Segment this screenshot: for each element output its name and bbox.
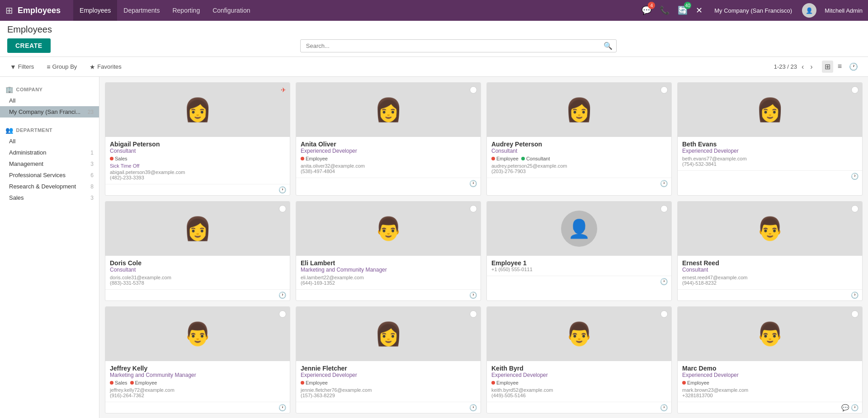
card-checkbox[interactable] <box>660 310 668 318</box>
employee-card[interactable]: 👩 Beth Evans Experienced Developer beth.… <box>677 82 863 196</box>
create-button[interactable]: CREATE <box>7 38 51 53</box>
phone-icon-btn[interactable]: 📞 <box>658 4 671 17</box>
card-email: jennie.fletcher76@example.com <box>301 387 476 393</box>
card-photo: 👨 <box>105 307 290 361</box>
tag-dot <box>110 157 113 160</box>
card-name: Marc Demo <box>682 365 858 372</box>
card-body: Marc Demo Experienced Developer Employee… <box>678 361 862 402</box>
pagination: 1-23 / 23 ‹ › <box>774 62 815 72</box>
group-by-button[interactable]: ≡ Group By <box>44 61 80 72</box>
card-name: Beth Evans <box>682 141 858 148</box>
grid-icon[interactable]: ⊞ <box>5 5 13 16</box>
employee-card[interactable]: 👨 Jeffrey Kelly Marketing and Community … <box>105 306 290 413</box>
employee-card[interactable]: 👨 Eli Lambert Marketing and Community Ma… <box>296 201 481 301</box>
sidebar-company-all[interactable]: All <box>0 95 99 106</box>
nav-departments[interactable]: Departments <box>117 0 166 21</box>
card-role: Experienced Developer <box>301 372 476 378</box>
sidebar-dept-administration[interactable]: Administration 1 <box>0 147 99 158</box>
card-name: Abigail Peterson <box>110 141 285 148</box>
toolbar: ▼ Filters ≡ Group By ★ Favorites 1-23 / … <box>0 57 868 77</box>
messages-badge: 4 <box>648 2 655 9</box>
tag-dot <box>491 381 495 385</box>
card-phone: (449)-505-5146 <box>491 393 667 398</box>
card-photo: 👩 <box>296 307 481 361</box>
card-checkbox[interactable] <box>660 205 668 212</box>
card-checkbox[interactable] <box>470 310 477 318</box>
card-photo: 👩 <box>678 83 862 137</box>
card-phone: (644)-169-1352 <box>301 280 476 286</box>
employee-card[interactable]: 👨 Marc Demo Experienced Developer Employ… <box>677 306 863 413</box>
employee-card[interactable]: 👩 Jennie Fletcher Experienced Developer … <box>296 306 481 413</box>
sidebar-dept-research[interactable]: Research & Development 8 <box>0 181 99 192</box>
employee-card[interactable]: 👩 Audrey Peterson Consultant EmployeeCon… <box>486 82 672 196</box>
sidebar-dept-professional-services[interactable]: Professional Services 6 <box>0 169 99 181</box>
employee-card[interactable]: 👩 ✈ Abigail Peterson Consultant Sales Si… <box>105 82 290 196</box>
card-name: Jeffrey Kelly <box>110 365 285 372</box>
avatar-face: 👨 <box>678 307 862 361</box>
card-photo: 👤 <box>487 202 671 256</box>
avatar-face: 👩 <box>296 307 481 361</box>
card-checkbox[interactable] <box>279 205 286 212</box>
sidebar-dept-management[interactable]: Management 3 <box>0 158 99 169</box>
filters-button[interactable]: ▼ Filters <box>7 61 37 72</box>
employee-card[interactable]: 👩 Doris Cole Consultant doris.cole31@exa… <box>105 201 290 301</box>
card-email: mark.brown23@example.com <box>682 387 858 393</box>
card-name: Jennie Fletcher <box>301 365 476 372</box>
view-buttons: ⊞ ≡ 🕐 <box>822 61 861 73</box>
card-phone: (754)-532-3841 <box>682 161 858 167</box>
sidebar-dept-all[interactable]: All <box>0 136 99 147</box>
clock-icon: 🕐 <box>278 186 286 193</box>
activity-icon-btn[interactable]: 🔄 40 <box>676 4 689 17</box>
tag: Sales <box>110 380 127 385</box>
card-photo: 👨 <box>678 202 862 256</box>
card-checkbox[interactable] <box>470 86 477 94</box>
clock-icon: 🕐 <box>469 291 477 299</box>
card-body: Audrey Peterson Consultant EmployeeConsu… <box>487 137 671 178</box>
card-body: Anita Oliver Experienced Developer Emplo… <box>296 137 481 178</box>
close-icon-btn[interactable]: ✕ <box>694 4 704 17</box>
card-checkbox[interactable] <box>470 205 477 212</box>
tag-dot <box>521 157 525 160</box>
card-body: Abigail Peterson Consultant Sales Sick T… <box>105 137 290 184</box>
next-page-button[interactable]: › <box>808 62 814 72</box>
card-checkbox[interactable] <box>279 310 286 318</box>
card-phone: (482)-233-3393 <box>110 175 285 180</box>
card-checkbox[interactable] <box>851 310 859 318</box>
card-phone: (916)-264-7362 <box>110 393 285 398</box>
card-checkbox[interactable] <box>851 86 859 94</box>
nav-configuration[interactable]: Configuration <box>206 0 256 21</box>
employee-card[interactable]: 👨 Ernest Reed Consultant ernest.reed47@e… <box>677 201 863 301</box>
nav-reporting[interactable]: Reporting <box>166 0 206 21</box>
employee-card[interactable]: 👤 Employee 1 +1 (650) 555-0111 🕐 <box>486 201 672 301</box>
messages-icon-btn[interactable]: 💬 4 <box>640 4 653 17</box>
user-avatar: 👤 <box>802 3 816 18</box>
favorites-button[interactable]: ★ Favorites <box>87 61 124 72</box>
card-photo: 👨 <box>487 307 671 361</box>
kanban-view-button[interactable]: ⊞ <box>822 61 833 73</box>
sidebar-company-mycompany[interactable]: My Company (San Franci... 23 <box>0 106 99 117</box>
card-checkbox[interactable] <box>851 205 859 212</box>
card-phone: (157)-363-8229 <box>301 393 476 398</box>
company-name: My Company (San Francisco) <box>714 7 792 14</box>
activity-view-button[interactable]: 🕐 <box>846 61 861 73</box>
nav-employees[interactable]: Employees <box>73 0 117 21</box>
nav-links: Employees Departments Reporting Configur… <box>73 0 357 21</box>
card-name: Anita Oliver <box>301 141 476 148</box>
avatar-face: 👩 <box>487 83 671 137</box>
card-body: Beth Evans Experienced Developer beth.ev… <box>678 137 862 170</box>
search-input[interactable] <box>304 40 604 52</box>
avatar-face: 👩 <box>105 83 290 137</box>
list-view-button[interactable]: ≡ <box>835 61 844 73</box>
clock-icon: 🕐 <box>660 404 668 411</box>
card-email: abigail.peterson39@example.com <box>110 169 285 175</box>
card-body: Doris Cole Consultant doris.cole31@examp… <box>105 256 290 289</box>
card-checkbox[interactable] <box>660 86 668 94</box>
employee-card[interactable]: 👩 Anita Oliver Experienced Developer Emp… <box>296 82 481 196</box>
card-role: Marketing and Community Manager <box>110 372 285 378</box>
tag: Employee <box>491 380 519 385</box>
top-navigation: ⊞ Employees Employees Departments Report… <box>0 0 868 21</box>
tag: Employee <box>491 156 519 161</box>
sidebar-dept-sales[interactable]: Sales 3 <box>0 192 99 203</box>
employee-card[interactable]: 👨 Keith Byrd Experienced Developer Emplo… <box>486 306 672 413</box>
prev-page-button[interactable]: ‹ <box>800 62 806 72</box>
